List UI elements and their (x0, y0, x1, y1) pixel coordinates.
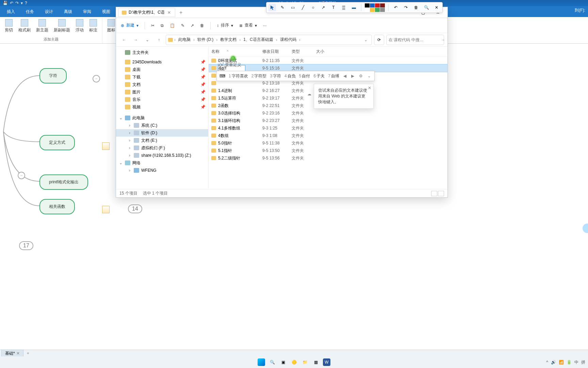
recent-dropdown[interactable]: ⌄ (143, 35, 152, 45)
table-row[interactable]: 4.1多维数组9-3 1:25文件夹 (209, 124, 447, 132)
crumb-pc[interactable]: 此电脑 (177, 36, 192, 43)
sidebar-host[interactable]: ›WFENG (116, 167, 208, 174)
sidebar-drive[interactable]: ›系统 (C:) (116, 122, 208, 129)
capture-toolbar[interactable]: ✎ ▭ ╱ ○ ↗ T ▒ ▬ ↶ ↷ 🗑 🔍 ✕ (266, 2, 443, 13)
word-icon[interactable]: W (323, 358, 330, 366)
sidebar-drive[interactable]: ›share (\\192.168.5.103) (Z:) (116, 152, 208, 159)
color-swatch[interactable] (370, 3, 375, 7)
collapser-char[interactable]: − (93, 75, 100, 82)
pencil-tool[interactable]: ✎ (279, 4, 286, 11)
search-input[interactable] (389, 37, 440, 42)
color-swatch[interactable] (380, 8, 385, 12)
find-field-label[interactable]: 到(F): (575, 7, 585, 13)
table-row[interactable]: 0环境测试9-2 11:35文件夹 (209, 57, 447, 64)
ime-candidate-bar[interactable]: ⌨ 1字符喜欢 2字符型 3字符 4自负 5自付 6子夫 7自缚 ◀ ▶ ⚙ ⌄ (216, 71, 375, 81)
ime-candidate[interactable]: 7自缚 (328, 73, 339, 79)
close-button[interactable]: ✕ (433, 4, 440, 11)
document-tab[interactable]: 基础* ✕ (1, 350, 23, 357)
sidebar-network[interactable]: ⌄网络 (116, 159, 208, 167)
view-button[interactable]: ≣查看▾ (239, 22, 257, 28)
highlighter-tool[interactable]: ▬ (350, 4, 358, 11)
start-button[interactable] (258, 358, 265, 366)
ime-settings-icon[interactable]: ⚙ (358, 74, 363, 78)
ellipse-tool[interactable]: ○ (309, 4, 317, 11)
sidebar-quick-item[interactable]: 文档📌 (116, 81, 208, 88)
tab-view[interactable]: 视图 (97, 7, 115, 17)
tab-design[interactable]: 设计 (40, 7, 58, 17)
collapser-root[interactable]: − (18, 172, 25, 179)
search-button[interactable]: 🔍 (268, 358, 276, 366)
search-icon[interactable]: → (441, 37, 445, 42)
nav-pane[interactable]: 主文件夹 2345Downloads📌 桌面📌 下载📌 文档📌 图片📌 音乐📌 … (116, 47, 209, 189)
sidebar-drive[interactable]: ›文档 (E:) (116, 137, 208, 144)
refresh-button[interactable]: ⟳ (374, 35, 384, 45)
ime-candidate[interactable]: 6子夫 (313, 73, 325, 79)
blur-tool[interactable]: ▒ (340, 4, 347, 11)
ime-candidate[interactable]: 3字符 (270, 73, 281, 79)
save-icon[interactable]: 💾 (3, 1, 8, 5)
node-functions[interactable]: 相关函数 (39, 199, 75, 214)
col-date[interactable]: 修改日期 (260, 49, 289, 55)
col-type[interactable]: 类型 (289, 49, 313, 55)
color-swatch[interactable] (375, 8, 380, 12)
delete-button[interactable]: 🗑 (412, 4, 420, 11)
ime-candidate[interactable]: 5自付 (299, 73, 310, 79)
tab-tasks[interactable]: 任务 (21, 7, 39, 17)
text-tool[interactable]: T (330, 4, 337, 11)
rename-icon[interactable]: ✎ (181, 23, 184, 28)
path-dropdown[interactable]: ⌄ (362, 37, 370, 42)
search-button[interactable]: 🔍 (423, 4, 430, 11)
view-large-button[interactable] (438, 191, 444, 196)
node-define[interactable]: 定义方式 (39, 135, 75, 150)
ime-candidate[interactable]: 4自负 (284, 73, 296, 79)
more-button[interactable]: ··· (263, 23, 266, 28)
breadcrumb[interactable]: › 此电脑› 软件 (D:)› 教学文档› 1、C语言基础篇› 课程代码› ⌄ (166, 35, 372, 45)
col-name[interactable]: 名称 ^ (209, 49, 260, 55)
table-row[interactable]: 5.0指针9-5 11:38文件夹 (209, 139, 447, 147)
floating-topic-button[interactable]: 浮动 (74, 18, 86, 34)
col-size[interactable]: 大小 (313, 49, 334, 55)
note-icon-2[interactable] (102, 206, 110, 213)
rectangle-tool[interactable]: ▭ (289, 4, 296, 11)
color-swatch[interactable] (370, 8, 375, 12)
table-row[interactable]: 3.1循环结构9-2 23:27文件夹 (209, 117, 447, 124)
crumb-drive[interactable]: 软件 (D:) (196, 36, 215, 43)
system-tray[interactable]: ^ 🔊 📶 🔋 中 拼 (546, 356, 585, 368)
color-swatch[interactable] (375, 3, 380, 7)
tray-icon[interactable]: 🔊 (551, 360, 556, 365)
ime-next-page[interactable]: ▶ (350, 74, 355, 78)
sidebar-quick-item[interactable]: 音乐📌 (116, 96, 208, 103)
undo-icon[interactable]: ↶ (10, 1, 13, 5)
table-row[interactable]: 3.0选择结构9-2 23:16文件夹 (209, 109, 447, 117)
tab-insert[interactable]: 插入 (2, 7, 20, 17)
new-subtopic-button[interactable]: 新副标题 (52, 18, 72, 34)
ime-expand-icon[interactable]: ⌄ (367, 74, 372, 78)
tab-review[interactable]: 审阅 (78, 7, 96, 17)
close-icon[interactable]: ✕ (368, 86, 371, 90)
tray-ime[interactable]: 中 (574, 359, 578, 365)
new-tab-button[interactable]: + (177, 10, 184, 16)
taskview-button[interactable]: ▣ (279, 358, 287, 366)
ime-candidate[interactable]: 2字符型 (251, 73, 267, 79)
format-painter-button[interactable]: 格式刷 (16, 18, 33, 34)
sidebar-drive[interactable]: ›虚拟机们 (F:) (116, 144, 208, 152)
search-box[interactable]: → (386, 35, 444, 45)
forward-button[interactable]: → (131, 35, 141, 45)
sort-button[interactable]: ↕排序▾ (217, 22, 233, 28)
qat-customize-icon[interactable]: ▾ (21, 1, 23, 5)
color-swatch[interactable] (365, 8, 370, 12)
tray-icon[interactable]: 🔋 (567, 360, 572, 365)
badge-17[interactable]: 17 (19, 241, 33, 250)
redo-button[interactable]: ↷ (402, 4, 410, 11)
chrome-icon[interactable]: 🟡 (290, 358, 298, 366)
table-row[interactable]: 5.1指针9-5 13:50文件夹 (209, 147, 447, 154)
note-icon[interactable] (102, 142, 110, 150)
close-icon[interactable]: ✕ (16, 351, 20, 356)
crumb-1[interactable]: 教学文档 (219, 36, 238, 43)
new-doc-tab[interactable]: + (25, 351, 31, 356)
color-swatch[interactable] (380, 3, 385, 7)
close-tab-icon[interactable]: ✕ (167, 10, 172, 15)
callout-button[interactable]: 标注 (87, 18, 99, 34)
new-button[interactable]: ⊕新建▾ (121, 22, 138, 28)
help-icon[interactable]: ? (25, 1, 27, 5)
